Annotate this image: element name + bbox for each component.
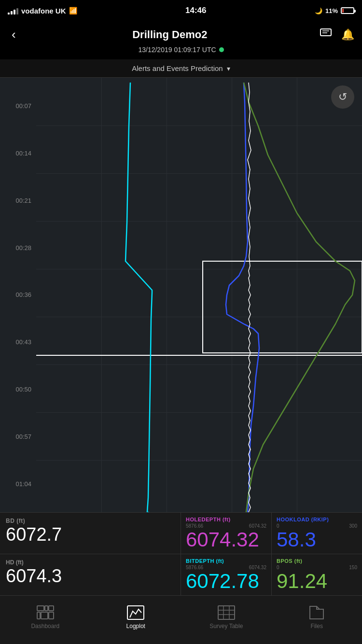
header-subtitle: 13/12/2019 01:09:17 UTC <box>138 46 223 54</box>
logplot-icon <box>127 605 144 620</box>
bd-readout: BD (ft) 6072.7 <box>0 513 181 554</box>
holedepth-title: HOLEDEPTH (ft) <box>186 517 266 522</box>
svg-rect-0 <box>320 29 331 36</box>
y-label-8: 00:57 <box>0 433 36 440</box>
bpos-readout: BPOS (ft) 0 150 91.24 <box>272 554 362 595</box>
header-row: ‹ Drilling Demo2 🔔 <box>8 25 354 44</box>
nav-files[interactable]: Files <box>272 602 362 633</box>
bpos-value: 91.24 <box>277 571 357 591</box>
status-bar: vodafone UK 📶 14:46 🌙 11% <box>0 0 362 21</box>
status-right: 🌙 11% <box>315 7 354 14</box>
timestamp-label: 13/12/2019 01:09:17 UTC <box>138 46 216 54</box>
hookload-value: 58.3 <box>277 530 357 550</box>
dropdown-arrow-icon: ▾ <box>227 65 230 72</box>
holedepth-readout: HOLEDEPTH (ft) 5876.66 6074.32 6074.32 <box>181 513 272 554</box>
bd-label: BD (ft) <box>6 518 175 524</box>
y-label-5: 00:36 <box>0 291 36 298</box>
bd-value: 6072.7 <box>6 525 175 544</box>
svg-rect-10 <box>49 612 54 619</box>
battery-icon <box>341 7 354 14</box>
status-time: 14:46 <box>185 6 206 15</box>
nav-survey-label: Survey Table <box>209 623 243 630</box>
nav-survey-table[interactable]: Survey Table <box>181 602 272 633</box>
bottom-right-section: BITDEPTH (ft) 5876.66 6074.32 6072.78 BP… <box>181 554 362 595</box>
svg-rect-7 <box>49 606 54 611</box>
dropdown-bar[interactable]: Alerts and Events Prediction ▾ <box>0 59 362 78</box>
top-right-section: HOLEDEPTH (ft) 5876.66 6074.32 6074.32 H… <box>181 513 362 554</box>
nav-dashboard[interactable]: Dashboard <box>0 602 91 633</box>
history-button[interactable]: ↺ <box>331 85 354 109</box>
hookload-readout: HOOKLOAD (RKIP) 0 300 58.3 <box>272 513 362 554</box>
dropdown-label: Alerts and Events Prediction <box>132 64 223 72</box>
nav-logplot[interactable]: Logplot <box>91 602 181 633</box>
bitdepth-title: BITDEPTH (ft) <box>186 558 266 564</box>
hd-value: 6074.3 <box>6 566 175 587</box>
wifi-icon: 📶 <box>69 7 77 14</box>
bpos-title: BPOS (ft) <box>277 558 357 564</box>
y-label-9: 01:04 <box>0 480 36 488</box>
hd-readout: HD (ft) 6074.3 <box>0 554 181 595</box>
holedepth-value: 6074.32 <box>186 530 266 550</box>
bitdepth-readout: BITDEPTH (ft) 5876.66 6074.32 6072.78 <box>181 554 272 595</box>
bottom-nav: Dashboard Logplot Survey Table Files <box>0 595 362 639</box>
bpos-max: 150 <box>349 565 357 570</box>
nav-dashboard-label: Dashboard <box>31 623 59 630</box>
nav-logplot-label: Logplot <box>126 623 145 630</box>
page-title: Drilling Demo2 <box>132 28 207 41</box>
y-label-2: 00:14 <box>0 150 36 157</box>
back-button[interactable]: ‹ <box>8 25 20 44</box>
carrier-label: vodafone UK <box>21 7 66 15</box>
hookload-title: HOOKLOAD (RKIP) <box>277 517 357 522</box>
nav-files-label: Files <box>311 623 323 630</box>
chart-area: 00:07 00:14 00:21 00:28 00:36 00:43 00:5… <box>0 78 362 512</box>
y-label-7: 00:50 <box>0 386 36 393</box>
header: ‹ Drilling Demo2 🔔 13/12/2019 01:09:17 U… <box>0 21 362 59</box>
hookload-max: 300 <box>349 523 357 529</box>
online-indicator <box>219 47 224 52</box>
status-left: vodafone UK 📶 <box>8 7 77 15</box>
moon-icon: 🌙 <box>315 7 322 14</box>
y-axis: 00:07 00:14 00:21 00:28 00:36 00:43 00:5… <box>0 78 36 512</box>
dashboard-icon <box>37 605 54 620</box>
svg-rect-5 <box>37 606 44 611</box>
svg-rect-8 <box>37 612 40 619</box>
y-label-1: 00:07 <box>0 102 36 110</box>
hd-label: HD (ft) <box>6 559 175 566</box>
history-icon: ↺ <box>338 91 347 103</box>
bell-icon[interactable]: 🔔 <box>341 28 354 41</box>
battery-percent: 11% <box>325 7 338 14</box>
y-label-3: 00:21 <box>0 197 36 204</box>
data-readout: BD (ft) 6072.7 HOLEDEPTH (ft) 5876.66 60… <box>0 512 362 595</box>
survey-table-icon <box>218 605 235 620</box>
signal-icon <box>8 7 18 14</box>
y-label-4: 00:28 <box>0 244 36 252</box>
svg-rect-9 <box>41 612 48 619</box>
bitdepth-value: 6072.78 <box>186 571 266 591</box>
y-label-6: 00:43 <box>0 338 36 346</box>
files-icon <box>308 605 325 620</box>
message-icon[interactable] <box>320 28 332 41</box>
chart-svg <box>36 78 362 512</box>
header-icons: 🔔 <box>320 28 354 41</box>
svg-rect-6 <box>45 606 48 611</box>
svg-rect-12 <box>218 606 235 619</box>
